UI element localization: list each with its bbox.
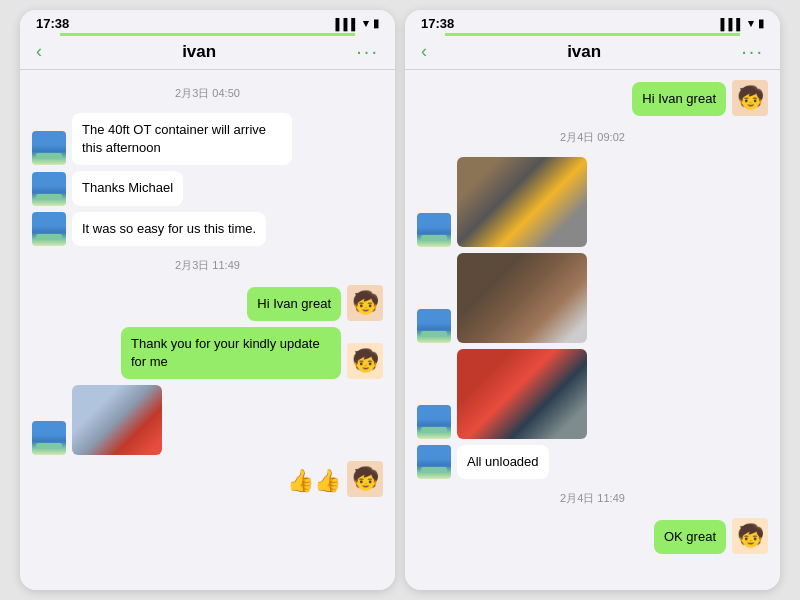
left-msg-row-2: Thanks Michael bbox=[32, 171, 383, 205]
right-msg-row-4: All unloaded bbox=[417, 445, 768, 479]
right-signal-icon: ▌▌▌ bbox=[721, 18, 744, 30]
signal-icon: ▌▌▌ bbox=[336, 18, 359, 30]
left-sticker-2: 🧒 bbox=[347, 343, 383, 379]
right-photo-1 bbox=[457, 157, 587, 247]
right-nav-bar: ‹ ivan ··· bbox=[405, 36, 780, 70]
right-timestamp-2: 2月4日 11:49 bbox=[417, 491, 768, 506]
left-avatar-3 bbox=[32, 212, 66, 246]
right-avatar-4 bbox=[417, 445, 451, 479]
indoor-photo bbox=[457, 253, 587, 343]
right-bubble-1: All unloaded bbox=[457, 445, 549, 479]
right-wifi-icon: ▾ bbox=[748, 17, 754, 30]
right-status-icons: ▌▌▌ ▾ ▮ bbox=[721, 17, 764, 30]
left-chat-scroll[interactable]: 2月3日 04:50 The 40ft OT container will ar… bbox=[20, 70, 395, 590]
right-top-partial: 🧒 Hi Ivan great bbox=[417, 80, 768, 116]
right-more-button[interactable]: ··· bbox=[741, 40, 764, 63]
left-msg-row-5: 🧒 Thank you for your kindly update for m… bbox=[32, 327, 383, 379]
right-msg-row-5: 🧒 OK great bbox=[417, 518, 768, 554]
red-machine-photo bbox=[457, 349, 587, 439]
left-nav-bar: ‹ ivan ··· bbox=[20, 36, 395, 70]
right-battery-icon: ▮ bbox=[758, 17, 764, 30]
left-bubble-2: Thanks Michael bbox=[72, 171, 183, 205]
left-avatar-4 bbox=[32, 421, 66, 455]
right-contact-name: ivan bbox=[567, 42, 601, 62]
left-msg-row-4: 🧒 Hi Ivan great bbox=[32, 285, 383, 321]
right-avatar-3 bbox=[417, 405, 451, 439]
forklift-photo bbox=[457, 157, 587, 247]
left-bubble-4: Hi Ivan great bbox=[247, 287, 341, 321]
right-status-bar: 17:38 ▌▌▌ ▾ ▮ bbox=[405, 10, 780, 33]
wifi-icon: ▾ bbox=[363, 17, 369, 30]
right-top-sticker-face: 🧒 bbox=[732, 80, 768, 116]
right-msg-row-1 bbox=[417, 157, 768, 247]
right-avatar-1 bbox=[417, 213, 451, 247]
left-bubble-5: Thank you for your kindly update for me bbox=[121, 327, 341, 379]
right-phone: 17:38 ▌▌▌ ▾ ▮ ‹ ivan ··· 🧒 Hi Ivan great… bbox=[405, 10, 780, 590]
right-photo-3 bbox=[457, 349, 587, 439]
truck-photo bbox=[72, 385, 162, 455]
left-bubble-1: The 40ft OT container will arrive this a… bbox=[72, 113, 292, 165]
right-photo-2 bbox=[457, 253, 587, 343]
right-sticker-1: 🧒 bbox=[732, 518, 768, 554]
left-avatar-1 bbox=[32, 131, 66, 165]
left-status-icons: ▌▌▌ ▾ ▮ bbox=[336, 17, 379, 30]
right-top-partial-bubble: Hi Ivan great bbox=[632, 82, 726, 116]
left-msg-row-7: 🧒 👍👍 bbox=[32, 461, 383, 497]
left-timestamp-1: 2月3日 04:50 bbox=[32, 86, 383, 101]
left-more-button[interactable]: ··· bbox=[356, 40, 379, 63]
right-sticker-face-1: 🧒 bbox=[732, 518, 768, 554]
left-emoji-bubble: 👍👍 bbox=[287, 466, 341, 497]
right-msg-row-2 bbox=[417, 253, 768, 343]
left-back-button[interactable]: ‹ bbox=[36, 41, 42, 62]
left-sticker-1: 🧒 bbox=[347, 285, 383, 321]
right-top-sticker: 🧒 bbox=[732, 80, 768, 116]
left-status-bar: 17:38 ▌▌▌ ▾ ▮ bbox=[20, 10, 395, 33]
left-timestamp-2: 2月3日 11:49 bbox=[32, 258, 383, 273]
right-time: 17:38 bbox=[421, 16, 454, 31]
left-contact-name: ivan bbox=[182, 42, 216, 62]
right-avatar-2 bbox=[417, 309, 451, 343]
sticker-face-1: 🧒 bbox=[347, 285, 383, 321]
right-back-button[interactable]: ‹ bbox=[421, 41, 427, 62]
sticker-face-3: 🧒 bbox=[347, 461, 383, 497]
right-msg-row-3 bbox=[417, 349, 768, 439]
phones-container: 17:38 ▌▌▌ ▾ ▮ ‹ ivan ··· 2月3日 04:50 The … bbox=[10, 0, 790, 600]
battery-icon: ▮ bbox=[373, 17, 379, 30]
left-phone: 17:38 ▌▌▌ ▾ ▮ ‹ ivan ··· 2月3日 04:50 The … bbox=[20, 10, 395, 590]
left-msg-row-1: The 40ft OT container will arrive this a… bbox=[32, 113, 383, 165]
left-photo-1 bbox=[72, 385, 162, 455]
left-msg-row-6 bbox=[32, 385, 383, 455]
left-msg-row-3: It was so easy for us this time. bbox=[32, 212, 383, 246]
left-avatar-2 bbox=[32, 172, 66, 206]
left-bubble-3: It was so easy for us this time. bbox=[72, 212, 266, 246]
left-time: 17:38 bbox=[36, 16, 69, 31]
right-chat-scroll[interactable]: 🧒 Hi Ivan great 2月4日 09:02 bbox=[405, 70, 780, 590]
right-timestamp-1: 2月4日 09:02 bbox=[417, 130, 768, 145]
right-bubble-2: OK great bbox=[654, 520, 726, 554]
left-sticker-3: 🧒 bbox=[347, 461, 383, 497]
sticker-face-2: 🧒 bbox=[347, 343, 383, 379]
